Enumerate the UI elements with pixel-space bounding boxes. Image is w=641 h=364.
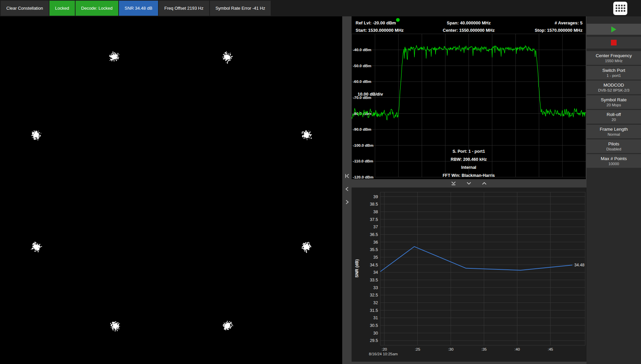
y-axis-label: -40.0 dBm: [353, 48, 371, 52]
collapse-to-bottom-icon[interactable]: [450, 180, 457, 186]
sidebar: Center Frequency1550 MHzSwitch Port1 - p…: [587, 16, 641, 364]
symbol-rate-error-status-button[interactable]: Symbol Rate Error -41 Hz: [210, 1, 271, 16]
snr-end-value-label: 34.48: [574, 263, 585, 267]
freq-offset-status-button[interactable]: Freq Offset 2193 Hz: [159, 1, 209, 16]
sidebar-item-value: 20 Msps: [607, 103, 621, 107]
snr-status-button[interactable]: SNR 34.48 dB: [119, 1, 158, 16]
apps-grid-icon[interactable]: [613, 2, 627, 15]
sidebar-item-value: Disabled: [606, 147, 621, 151]
toolbar: Clear Constellation Locked Decode: Locke…: [0, 0, 641, 16]
snr-y-tick-label: 33.5: [370, 278, 378, 282]
collapse-to-left-icon[interactable]: [344, 173, 350, 179]
clear-constellation-button[interactable]: Clear Constellation: [1, 1, 49, 16]
sidebar-item-modcod[interactable]: MODCODDVB-S2 8PSK-2/3: [587, 81, 641, 94]
snr-chart-panel: 3938.53837.53736.53635.53534.53433.53332…: [352, 188, 587, 362]
stop-icon: [611, 40, 617, 45]
sidebar-item-label: Center Frequency: [596, 53, 632, 58]
sidebar-item-label: Frame Length: [600, 126, 628, 132]
snr-y-tick-label: 37.5: [370, 217, 378, 222]
chevron-right-icon[interactable]: [344, 199, 350, 205]
sidebar-item-switch-port[interactable]: Switch Port1 - port1: [587, 66, 641, 80]
snr-x-tick-label: :25: [415, 347, 420, 351]
grid-icon-cells: [616, 5, 625, 12]
chevron-down-icon[interactable]: [466, 180, 472, 186]
constellation-cluster: [31, 242, 42, 252]
y-axis-label: -100.0 dBm: [353, 143, 373, 147]
snr-y-tick-label: 38: [373, 210, 378, 214]
snr-chart-plot: 3938.53837.53736.53635.53534.53433.53332…: [352, 188, 587, 362]
play-button[interactable]: [587, 24, 641, 35]
constellation-cluster: [302, 130, 312, 140]
snr-y-tick-label: 35.5: [370, 247, 378, 252]
snr-y-tick-label: 35: [373, 255, 378, 260]
sidebar-item-value: Normal: [608, 132, 620, 137]
snr-y-axis-title: SNR (dB): [355, 259, 359, 278]
stop-button[interactable]: [587, 37, 641, 48]
sidebar-item-value: 10000: [609, 161, 619, 166]
constellation-cluster: [223, 321, 233, 330]
snr-y-tick-label: 37: [373, 225, 378, 229]
sidebar-item-label: Max # Points: [601, 156, 627, 161]
decode-locked-status-button[interactable]: Decode: Locked: [76, 1, 118, 16]
play-icon: [611, 26, 616, 32]
constellation-cluster: [109, 51, 119, 62]
snr-y-tick-label: 31.5: [370, 308, 378, 313]
constellation-plot: [0, 16, 342, 364]
snr-y-tick-label: 32.5: [370, 293, 378, 297]
snr-timestamp-label: 8/16/24 10:25am: [369, 352, 398, 356]
sidebar-item-label: Symbol Rate: [601, 97, 627, 103]
sidebar-item-value: 20: [612, 117, 616, 122]
snr-y-tick-label: 31: [373, 316, 378, 320]
y-axis-label: -60.0 dBm: [353, 80, 371, 84]
snr-y-tick-label: 30.5: [370, 323, 378, 328]
panel-divider: [342, 16, 352, 364]
snr-x-tick-label: :20: [382, 347, 387, 351]
locked-status-button[interactable]: Locked: [49, 1, 75, 16]
y-axis-label: -90.0 dBm: [353, 127, 371, 131]
sidebar-item-label: Switch Port: [602, 68, 625, 73]
sidebar-item-roll-off[interactable]: Roll-off20: [587, 110, 641, 124]
spectrum-panel: -40.0 dBm-50.0 dBm-60.0 dBm-70.0 dBm-80.…: [352, 16, 586, 179]
snr-y-tick-label: 33: [373, 285, 378, 290]
spectrum-collapse-controls: [352, 179, 586, 188]
constellation-cluster: [302, 242, 311, 253]
snr-y-tick-label: 29.5: [370, 338, 378, 343]
snr-y-tick-label: 36.5: [370, 232, 378, 237]
snr-x-tick-label: :30: [448, 347, 454, 351]
sidebar-item-label: Roll-off: [607, 112, 621, 117]
snr-line: [380, 247, 572, 272]
snr-y-tick-label: 39: [373, 195, 378, 199]
snr-y-tick-label: 38.5: [370, 202, 378, 207]
snr-y-tick-label: 34: [373, 270, 378, 275]
constellation-cluster: [222, 51, 233, 64]
snr-x-tick-label: :35: [481, 347, 487, 351]
sidebar-item-value: 1550 MHz: [605, 58, 622, 63]
chevron-left-icon[interactable]: [344, 186, 350, 192]
y-axis-label: -110.0 dBm: [353, 159, 373, 163]
snr-x-tick-label: :45: [548, 347, 553, 351]
snr-y-tick-label: 36: [373, 240, 378, 245]
sidebar-item-symbol-rate[interactable]: Symbol Rate20 Msps: [587, 95, 641, 109]
y-axis-label: -70.0 dBm: [353, 96, 371, 100]
y-axis-label: -120.0 dBm: [353, 175, 373, 179]
sidebar-item-value: DVB-S2 8PSK-2/3: [598, 88, 630, 93]
snr-y-tick-label: 32: [373, 300, 378, 305]
sidebar-item-value: 1 - port1: [607, 73, 621, 78]
sidebar-item-max-points[interactable]: Max # Points10000: [587, 154, 641, 168]
snr-y-tick-label: 34.5: [370, 263, 378, 267]
sidebar-item-pilots[interactable]: PilotsDisabled: [587, 139, 641, 153]
y-axis-label: -50.0 dBm: [353, 64, 371, 68]
sidebar-item-frame-length[interactable]: Frame LengthNormal: [587, 125, 641, 138]
chevron-up-icon[interactable]: [481, 180, 488, 186]
snr-x-tick-label: :40: [515, 347, 520, 351]
sidebar-item-label: Pilots: [608, 141, 619, 147]
sidebar-item-label: MODCOD: [604, 82, 624, 88]
sidebar-item-center-frequency[interactable]: Center Frequency1550 MHz: [587, 51, 641, 65]
constellation-panel: [0, 16, 342, 364]
snr-y-tick-label: 30: [373, 331, 378, 336]
spectrum-plot: -40.0 dBm-50.0 dBm-60.0 dBm-70.0 dBm-80.…: [352, 16, 586, 179]
constellation-cluster: [31, 130, 41, 140]
constellation-cluster: [110, 321, 120, 332]
app-root: Clear Constellation Locked Decode: Locke…: [0, 0, 641, 364]
sidebar-settings-list: Center Frequency1550 MHzSwitch Port1 - p…: [587, 51, 641, 169]
